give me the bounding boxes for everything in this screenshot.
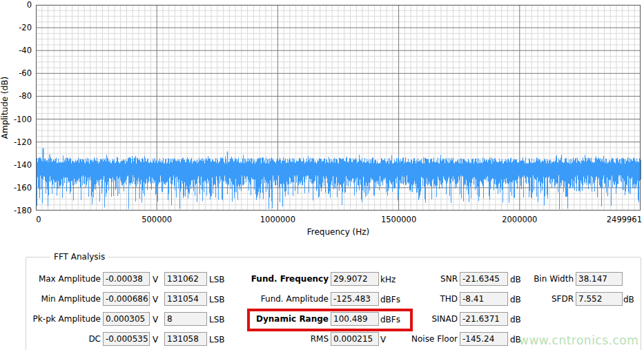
sinad-label: SINAD [373, 312, 458, 326]
max-amplitude-lsb-unit: LSB [209, 272, 225, 286]
dc-v-field[interactable]: -0.000535 [103, 332, 150, 346]
pkpk-amplitude-v-unit: V [153, 312, 158, 326]
y-tick-label: -160 [14, 183, 32, 193]
dc-v-unit: V [153, 332, 158, 346]
pkpk-amplitude-v-field[interactable]: 0.000305 [103, 312, 150, 326]
sinad-unit: dB [510, 312, 521, 326]
y-tick-label: -180 [14, 206, 32, 215]
thd-field[interactable]: -8.41 [460, 292, 508, 306]
x-tick-label: 500000 [142, 215, 172, 224]
y-axis-title: Amplitude (dB) [0, 59, 10, 156]
rms-label: RMS [228, 332, 329, 346]
x-tick-label: 0 [36, 215, 41, 224]
y-tick-label: -120 [14, 137, 32, 147]
y-tick-label: -140 [14, 160, 32, 170]
pkpk-amplitude-label: Pk-pk Amplitude [28, 312, 101, 326]
min-amplitude-lsb-field[interactable]: 131054 [164, 292, 207, 306]
bin-width-label: Bin Width [511, 272, 574, 286]
watermark-text: www.cntronics.com [519, 333, 638, 347]
snr-field[interactable]: -21.6345 [460, 272, 508, 286]
thd-label: THD [373, 292, 458, 306]
y-tick-label: -60 [19, 68, 32, 78]
x-tick-label: 1000000 [260, 215, 295, 224]
noise-floor-field[interactable]: -145.24 [460, 332, 508, 346]
min-amplitude-lsb-unit: LSB [209, 292, 225, 306]
x-tick-label: 2000000 [502, 215, 537, 224]
fund-amplitude-field[interactable]: -125.483 [331, 292, 379, 306]
fft-analyzer-window: 0-20-40-60-80-100-120-140-160-1800500000… [0, 0, 644, 350]
x-axis-title: Frequency (Hz) [36, 227, 641, 237]
y-tick-label: 0 [27, 0, 32, 10]
y-tick-label: -80 [19, 91, 32, 101]
y-tick-label: -20 [19, 23, 32, 32]
spectrum-plot-area[interactable]: 0-20-40-60-80-100-120-140-160-1800500000… [0, 0, 644, 242]
dynamic-range-field[interactable]: 100.489 [331, 312, 379, 326]
max-amplitude-v-unit: V [153, 272, 158, 286]
dynamic-range-label: Dynamic Range [228, 312, 329, 326]
dc-lsb-field[interactable]: 131058 [164, 332, 207, 346]
x-tick-label: 1500000 [381, 215, 416, 224]
sfdr-unit: dB [623, 292, 634, 306]
pkpk-amplitude-lsb-unit: LSB [209, 312, 225, 326]
sinad-field[interactable]: -21.6371 [460, 312, 508, 326]
min-amplitude-label: Min Amplitude [28, 292, 101, 306]
pkpk-amplitude-lsb-field[interactable]: 8 [164, 312, 207, 326]
noise-floor-label: Noise Floor [373, 332, 458, 346]
sfdr-field[interactable]: 7.552 [576, 292, 623, 306]
dc-label: DC [28, 332, 101, 346]
dc-lsb-unit: LSB [209, 332, 225, 346]
min-amplitude-v-field[interactable]: -0.000686 [103, 292, 150, 306]
max-amplitude-v-field[interactable]: -0.00038 [103, 272, 150, 286]
rms-field[interactable]: 0.000215 [331, 332, 379, 346]
sfdr-label: SFDR [511, 292, 574, 306]
fund-frequency-label: Fund. Frequency [228, 272, 329, 286]
min-amplitude-v-unit: V [153, 292, 158, 306]
snr-label: SNR [373, 272, 458, 286]
fund-amplitude-label: Fund. Amplitude [228, 292, 329, 306]
fft-analysis-title: FFT Analysis [50, 252, 108, 262]
fund-frequency-field[interactable]: 29.9072 [331, 272, 379, 286]
max-amplitude-lsb-field[interactable]: 131062 [164, 272, 207, 286]
bin-width-field[interactable]: 38.147 [576, 272, 623, 286]
y-tick-label: -40 [19, 46, 32, 55]
x-tick-label: 2499961 [607, 215, 642, 224]
max-amplitude-label: Max Amplitude [28, 272, 101, 286]
y-tick-label: -100 [14, 115, 32, 124]
fft-spectrum-chart: 0-20-40-60-80-100-120-140-160-1800500000… [0, 0, 644, 242]
